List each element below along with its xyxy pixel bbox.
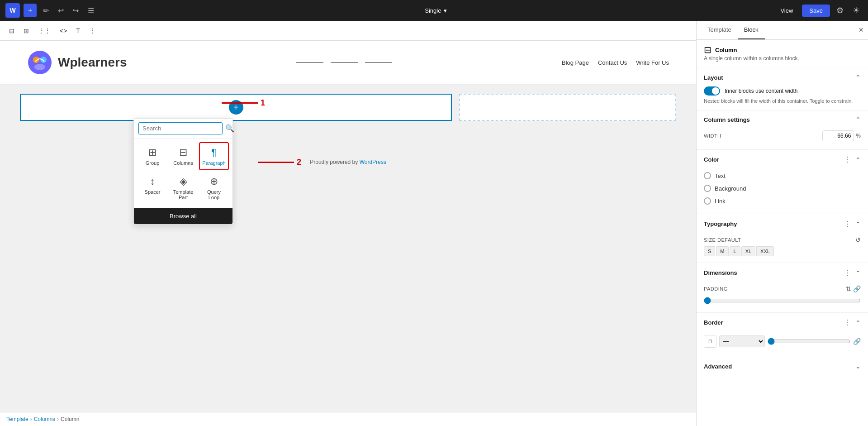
typography-section-header[interactable]: Typography ⋮ ⌃ — [697, 214, 868, 234]
padding-slider[interactable] — [704, 297, 861, 304]
footer-wordpress-link[interactable]: WordPress — [360, 159, 386, 165]
breadcrumb-template[interactable]: Template — [6, 416, 28, 422]
save-button[interactable]: Save — [802, 5, 830, 17]
edit-icon-button[interactable]: ✏ — [40, 4, 52, 18]
nav-contact-us[interactable]: Contact Us — [598, 59, 627, 66]
block-item-group[interactable]: ⊞ Group — [138, 142, 167, 170]
layout-section-body: Inner blocks use content width Nested bl… — [697, 86, 868, 110]
border-row: ☐ — Solid Dashed Dotted 🔗 — [704, 335, 861, 348]
text-format-button[interactable]: T — [72, 24, 84, 37]
size-xl-button[interactable]: XL — [741, 246, 755, 256]
border-link-button[interactable]: 🔗 — [853, 338, 861, 345]
border-section-body: ☐ — Solid Dashed Dotted 🔗 — [697, 335, 868, 357]
add-block-button[interactable]: + — [24, 4, 37, 17]
browse-all-button[interactable]: Browse all — [134, 208, 232, 224]
block-toolbar: ⊟ ⊞ ⋮⋮ <> T ⋮ — [0, 21, 696, 41]
page-content: Wplearners Blog Page Contact Us Write Fo… — [0, 41, 696, 426]
panel-tabs: Template Block × — [697, 21, 868, 40]
color-link-radio[interactable] — [704, 197, 711, 205]
color-more-button[interactable]: ⋮ — [842, 155, 853, 164]
inner-blocks-toggle[interactable] — [704, 86, 720, 96]
more-options-button[interactable]: ⋮ — [85, 24, 99, 37]
border-style-select[interactable]: — Solid Dashed Dotted — [719, 335, 765, 347]
padding-link-button[interactable]: 🔗 — [853, 285, 861, 292]
panel-close-button[interactable]: × — [859, 25, 863, 35]
color-section-header[interactable]: Color ⋮ ⌃ — [697, 150, 868, 169]
size-m-button[interactable]: M — [716, 246, 728, 256]
search-button[interactable]: 🔍 — [225, 124, 234, 133]
annotation-1-number: 1 — [261, 98, 265, 108]
color-text-option[interactable]: Text — [704, 169, 861, 182]
pct-label: % — [856, 133, 861, 139]
spacer-icon: ↕ — [150, 176, 155, 187]
tools-button[interactable]: ☰ — [85, 4, 97, 18]
border-collapse-icon: ⌃ — [855, 319, 861, 326]
typography-more-button[interactable]: ⋮ — [842, 220, 853, 228]
toggle-sublabel: Nested blocks will fill the width of thi… — [704, 98, 861, 104]
border-width-slider[interactable] — [768, 338, 850, 345]
padding-sync-button[interactable]: ⇅ — [846, 285, 851, 292]
tab-block[interactable]: Block — [738, 21, 765, 39]
breadcrumb-column: Column — [61, 416, 79, 422]
toggle-row: Inner blocks use content width — [704, 86, 861, 96]
svg-point-3 — [34, 64, 45, 70]
width-value-group: % — [822, 130, 861, 141]
chevron-down-icon[interactable]: ▾ — [444, 7, 447, 14]
block-item-spacer[interactable]: ↕ Spacer — [138, 171, 167, 205]
view-label-button[interactable]: View — [775, 5, 798, 17]
layout-section-header[interactable]: Layout ⌃ — [697, 68, 868, 86]
dimensions-more-button[interactable]: ⋮ — [842, 268, 853, 277]
dimensions-section-header[interactable]: Dimensions ⋮ ⌃ — [697, 263, 868, 282]
toggle-label: Inner blocks use content width — [725, 88, 797, 94]
color-bg-radio[interactable] — [704, 185, 711, 192]
footer-text: Proudly powered by — [310, 159, 359, 165]
dimensions-collapse-icon: ⌃ — [855, 269, 861, 277]
block-title: Column — [715, 47, 737, 53]
block-info-row: ⊟ Column — [697, 40, 868, 55]
col-width-row: WIDTH % — [704, 129, 861, 143]
top-bar-right: Template View Save ⚙ ☀ — [775, 3, 863, 18]
wp-logo: W — [5, 3, 20, 18]
border-more-button[interactable]: ⋮ — [842, 318, 853, 327]
search-input[interactable] — [138, 122, 223, 134]
size-s-button[interactable]: S — [704, 246, 715, 256]
query-loop-icon: ⊕ — [210, 176, 218, 187]
svg-point-2 — [40, 57, 47, 63]
theme-toggle-icon[interactable]: ☀ — [850, 3, 863, 18]
block-item-query-loop[interactable]: ⊕ Query Loop — [199, 171, 229, 205]
column-icon-button[interactable]: ⊟ — [5, 24, 18, 37]
border-section-header[interactable]: Border ⋮ ⌃ — [697, 313, 868, 332]
nav-write-for-us[interactable]: Write For Us — [636, 59, 669, 66]
tab-template[interactable]: Template — [701, 21, 738, 39]
settings-icon[interactable]: ⚙ — [834, 3, 846, 18]
border-section-title: Border — [704, 319, 723, 326]
undo-button[interactable]: ↩ — [55, 4, 66, 18]
color-text-radio[interactable] — [704, 172, 711, 179]
typography-section: Typography ⋮ ⌃ SIZE DEFAULT ↺ S M L XL X… — [697, 214, 868, 263]
column-settings-header[interactable]: Column settings ⌃ — [697, 110, 868, 129]
canvas-area: ⊟ ⊞ ⋮⋮ <> T ⋮ Wplearne — [0, 21, 696, 426]
size-l-button[interactable]: L — [730, 246, 740, 256]
block-item-paragraph[interactable]: ¶ Paragraph — [199, 142, 229, 170]
block-item-template-part[interactable]: ◈ Template Part — [168, 171, 198, 205]
column-block-right[interactable] — [459, 94, 676, 121]
border-color-swatch[interactable]: ☐ — [704, 335, 716, 348]
toggle-knob — [712, 87, 719, 95]
block-item-query-loop-label: Query Loop — [202, 189, 226, 200]
columns-icon-button[interactable]: ⊞ — [20, 24, 33, 37]
nav-divider-1 — [296, 62, 323, 63]
color-background-option[interactable]: Background — [704, 182, 861, 195]
advanced-section-header[interactable]: Advanced ⌄ — [697, 357, 868, 375]
breadcrumb-columns[interactable]: Columns — [34, 416, 55, 422]
nav-blog-page[interactable]: Blog Page — [562, 59, 589, 66]
size-xxl-button[interactable]: XXL — [756, 246, 774, 256]
typography-reset-button[interactable]: ↺ — [855, 236, 861, 244]
site-header: Wplearners Blog Page Contact Us Write Fo… — [0, 41, 696, 85]
width-input[interactable] — [822, 130, 854, 141]
color-link-option[interactable]: Link — [704, 195, 861, 207]
code-editor-button[interactable]: <> — [56, 24, 71, 37]
typography-collapse-icon: ⌃ — [855, 220, 861, 228]
drag-handle-button[interactable]: ⋮⋮ — [34, 24, 54, 37]
block-item-columns[interactable]: ⊟ Columns — [168, 142, 198, 170]
redo-button[interactable]: ↪ — [70, 4, 81, 18]
